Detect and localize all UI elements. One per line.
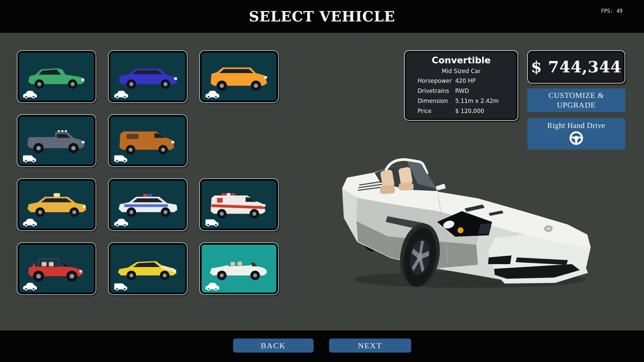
car-icon <box>113 218 128 227</box>
vehicle-name: Convertible <box>405 55 518 65</box>
rhd-label: Right Hand Drive <box>547 121 605 130</box>
spec-label: Drivetrains <box>405 87 455 95</box>
spec-row-drivetrains: Drivetrains RWD <box>405 87 518 95</box>
vehicle-tile-orange-van[interactable] <box>108 114 187 167</box>
car-icon <box>113 89 128 99</box>
van-icon <box>205 218 219 227</box>
car-icon <box>205 282 219 291</box>
page-title: SELECT VEHICLE <box>0 0 644 33</box>
steering-wheel-icon <box>569 131 584 145</box>
selected-vehicle-preview <box>337 158 609 293</box>
car-icon <box>22 89 37 99</box>
back-button[interactable]: BACK <box>233 339 314 353</box>
right-hand-drive-button[interactable]: Right Hand Drive <box>527 118 625 149</box>
car-icon <box>205 89 219 99</box>
spec-row-horsepower: Horsepower 420 HP <box>405 77 518 84</box>
customize-line1: CUSTOMIZE & <box>548 90 604 100</box>
vehicle-tile-orange-suv[interactable] <box>199 50 279 103</box>
top-bar: SELECT VEHICLE FPS:49 <box>0 0 644 33</box>
fps-label: FPS: <box>601 8 613 14</box>
van-icon <box>113 282 128 291</box>
fps-value: 49 <box>616 8 623 14</box>
bottom-bar: BACK NEXT <box>0 330 644 362</box>
vehicle-tile-green-hatchback[interactable] <box>17 50 96 103</box>
grid-empty-cell <box>199 114 279 167</box>
next-button[interactable]: NEXT <box>329 339 411 353</box>
van-icon <box>113 154 128 163</box>
van-icon <box>22 154 37 163</box>
car-icon <box>22 282 37 291</box>
vehicle-tile-white-convertible[interactable] <box>199 242 279 295</box>
customize-upgrade-button[interactable]: CUSTOMIZE & UPGRADE <box>527 88 625 112</box>
vehicle-class: Mid Sized Car <box>405 68 518 74</box>
spec-value: 420 HP <box>455 77 476 84</box>
vehicle-tile-taxi[interactable] <box>17 178 96 231</box>
vehicle-tile-yellow-muscle-car[interactable] <box>108 242 187 295</box>
vehicle-grid <box>17 50 279 295</box>
total-price: $ 744,344 <box>531 58 622 76</box>
spec-row-price: Price $ 120,000 <box>405 108 518 115</box>
spec-value: $ 120,000 <box>455 108 484 115</box>
vehicle-tile-gray-pickup[interactable] <box>17 114 96 167</box>
vehicle-tile-blue-sedan[interactable] <box>108 50 187 103</box>
spec-label: Dimension <box>405 98 455 105</box>
spec-value: 5.11m x 2.42m <box>455 98 499 105</box>
spec-label: Horsepower <box>405 77 455 84</box>
vehicle-tile-red-jeep[interactable] <box>17 242 96 295</box>
vehicle-info-panel: Convertible Mid Sized Car Horsepower 420… <box>404 50 518 121</box>
vehicle-tile-ambulance[interactable] <box>199 178 279 231</box>
vehicle-tile-police-car[interactable] <box>108 178 187 231</box>
customize-line2: UPGRADE <box>557 100 596 110</box>
fps-counter: FPS:49 <box>598 8 623 14</box>
spec-label: Price <box>405 108 455 115</box>
total-price-panel: $ 744,344 <box>527 50 625 83</box>
spec-row-dimension: Dimension 5.11m x 2.42m <box>405 98 518 105</box>
car-icon <box>22 218 37 227</box>
spec-value: RWD <box>455 87 469 95</box>
vehicle-select-screen: SELECT VEHICLE FPS:49 <box>0 0 644 362</box>
